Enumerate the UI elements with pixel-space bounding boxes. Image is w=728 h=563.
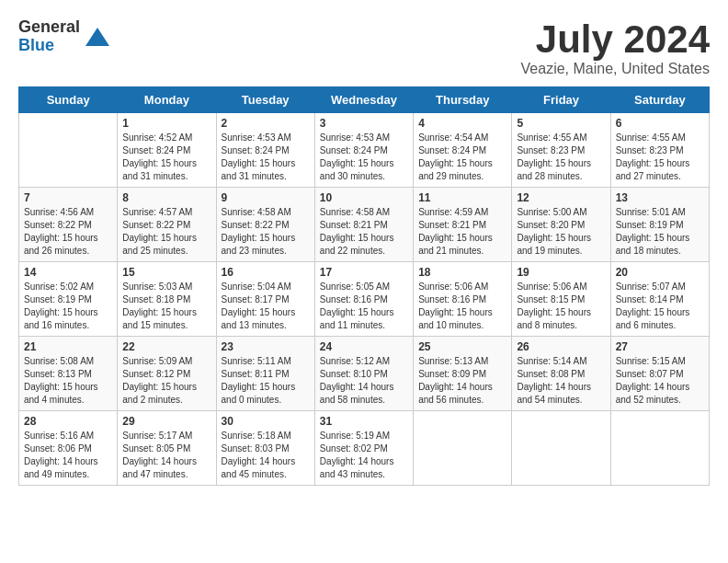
- day-info: Sunrise: 4:56 AMSunset: 8:22 PMDaylight:…: [24, 206, 112, 258]
- day-info: Sunrise: 4:53 AMSunset: 8:24 PMDaylight:…: [320, 132, 408, 183]
- day-number: 23: [222, 340, 310, 353]
- calendar-cell: 5Sunrise: 4:55 AMSunset: 8:23 PMDaylight…: [512, 113, 610, 188]
- day-number: 31: [320, 415, 408, 428]
- calendar-cell: 13Sunrise: 5:01 AMSunset: 8:19 PMDayligh…: [610, 188, 709, 262]
- calendar-week-row: 28Sunrise: 5:16 AMSunset: 8:06 PMDayligh…: [19, 411, 710, 486]
- day-number: 8: [122, 191, 210, 204]
- calendar-cell: 2Sunrise: 4:53 AMSunset: 8:24 PMDaylight…: [216, 113, 314, 188]
- calendar-cell: 22Sunrise: 5:09 AMSunset: 8:12 PMDayligh…: [118, 337, 216, 411]
- calendar-cell: 10Sunrise: 4:58 AMSunset: 8:21 PMDayligh…: [314, 188, 413, 262]
- day-of-week-header: Wednesday: [314, 87, 413, 113]
- day-number: 24: [320, 340, 408, 353]
- day-of-week-header: Tuesday: [216, 87, 314, 113]
- calendar-cell: 29Sunrise: 5:17 AMSunset: 8:05 PMDayligh…: [118, 411, 216, 486]
- logo-icon: [84, 23, 111, 51]
- calendar-week-row: 7Sunrise: 4:56 AMSunset: 8:22 PMDaylight…: [19, 188, 710, 262]
- calendar-cell: 8Sunrise: 4:57 AMSunset: 8:22 PMDaylight…: [118, 188, 216, 262]
- calendar-cell: 4Sunrise: 4:54 AMSunset: 8:24 PMDaylight…: [414, 113, 512, 188]
- day-of-week-header: Monday: [118, 87, 216, 113]
- day-number: 20: [616, 266, 704, 279]
- logo-general: General: [18, 18, 80, 37]
- calendar-cell: 28Sunrise: 5:16 AMSunset: 8:06 PMDayligh…: [19, 411, 118, 486]
- calendar-cell: 11Sunrise: 4:59 AMSunset: 8:21 PMDayligh…: [414, 188, 512, 262]
- day-info: Sunrise: 5:01 AMSunset: 8:19 PMDaylight:…: [616, 206, 704, 258]
- calendar-header: SundayMondayTuesdayWednesdayThursdayFrid…: [19, 87, 710, 113]
- day-info: Sunrise: 5:05 AMSunset: 8:16 PMDaylight:…: [320, 281, 408, 332]
- day-number: 9: [222, 191, 310, 204]
- calendar-cell: 12Sunrise: 5:00 AMSunset: 8:20 PMDayligh…: [512, 188, 610, 262]
- calendar-week-row: 21Sunrise: 5:08 AMSunset: 8:13 PMDayligh…: [19, 337, 710, 411]
- day-of-week-header: Thursday: [414, 87, 512, 113]
- calendar-cell: 20Sunrise: 5:07 AMSunset: 8:14 PMDayligh…: [610, 262, 709, 337]
- logo-text: General Blue: [18, 18, 80, 55]
- day-number: 18: [418, 266, 506, 279]
- day-info: Sunrise: 5:08 AMSunset: 8:13 PMDaylight:…: [24, 355, 112, 407]
- svg-marker-0: [85, 28, 109, 46]
- logo: General Blue: [18, 18, 111, 55]
- day-number: 3: [320, 117, 408, 130]
- calendar-cell: 6Sunrise: 4:55 AMSunset: 8:23 PMDaylight…: [610, 113, 709, 188]
- day-info: Sunrise: 5:06 AMSunset: 8:16 PMDaylight:…: [418, 281, 506, 332]
- day-number: 1: [122, 117, 210, 130]
- calendar-cell: 3Sunrise: 4:53 AMSunset: 8:24 PMDaylight…: [314, 113, 413, 188]
- header-row: SundayMondayTuesdayWednesdayThursdayFrid…: [19, 87, 710, 113]
- day-info: Sunrise: 5:07 AMSunset: 8:14 PMDaylight:…: [616, 281, 704, 332]
- day-info: Sunrise: 5:13 AMSunset: 8:09 PMDaylight:…: [418, 355, 506, 407]
- day-info: Sunrise: 4:59 AMSunset: 8:21 PMDaylight:…: [418, 206, 506, 258]
- day-info: Sunrise: 5:06 AMSunset: 8:15 PMDaylight:…: [517, 281, 605, 332]
- month-title: July 2024: [521, 18, 710, 61]
- calendar-cell: 26Sunrise: 5:14 AMSunset: 8:08 PMDayligh…: [512, 337, 610, 411]
- calendar-week-row: 14Sunrise: 5:02 AMSunset: 8:19 PMDayligh…: [19, 262, 710, 337]
- calendar-cell: 1Sunrise: 4:52 AMSunset: 8:24 PMDaylight…: [118, 113, 216, 188]
- logo-blue: Blue: [18, 37, 80, 55]
- day-info: Sunrise: 5:15 AMSunset: 8:07 PMDaylight:…: [616, 355, 704, 407]
- day-info: Sunrise: 5:19 AMSunset: 8:02 PMDaylight:…: [320, 430, 408, 481]
- day-info: Sunrise: 5:04 AMSunset: 8:17 PMDaylight:…: [222, 281, 310, 332]
- day-number: 6: [616, 117, 704, 130]
- day-info: Sunrise: 4:53 AMSunset: 8:24 PMDaylight:…: [222, 132, 310, 183]
- day-of-week-header: Sunday: [19, 87, 118, 113]
- day-of-week-header: Friday: [512, 87, 610, 113]
- calendar-cell: [512, 411, 610, 486]
- day-info: Sunrise: 4:54 AMSunset: 8:24 PMDaylight:…: [418, 132, 506, 183]
- day-number: 25: [418, 340, 506, 353]
- calendar-week-row: 1Sunrise: 4:52 AMSunset: 8:24 PMDaylight…: [19, 113, 710, 188]
- calendar-cell: 25Sunrise: 5:13 AMSunset: 8:09 PMDayligh…: [414, 337, 512, 411]
- calendar-cell: 19Sunrise: 5:06 AMSunset: 8:15 PMDayligh…: [512, 262, 610, 337]
- day-info: Sunrise: 5:09 AMSunset: 8:12 PMDaylight:…: [122, 355, 210, 407]
- day-number: 4: [418, 117, 506, 130]
- calendar-cell: [19, 113, 118, 188]
- calendar-cell: 24Sunrise: 5:12 AMSunset: 8:10 PMDayligh…: [314, 337, 413, 411]
- day-number: 26: [517, 340, 605, 353]
- day-number: 5: [517, 117, 605, 130]
- day-number: 17: [320, 266, 408, 279]
- calendar-cell: 16Sunrise: 5:04 AMSunset: 8:17 PMDayligh…: [216, 262, 314, 337]
- day-info: Sunrise: 5:16 AMSunset: 8:06 PMDaylight:…: [24, 430, 112, 481]
- day-info: Sunrise: 4:58 AMSunset: 8:21 PMDaylight:…: [320, 206, 408, 258]
- day-number: 27: [616, 340, 704, 353]
- day-number: 21: [24, 340, 112, 353]
- day-info: Sunrise: 5:00 AMSunset: 8:20 PMDaylight:…: [517, 206, 605, 258]
- calendar-cell: 9Sunrise: 4:58 AMSunset: 8:22 PMDaylight…: [216, 188, 314, 262]
- day-number: 13: [616, 191, 704, 204]
- calendar-cell: 23Sunrise: 5:11 AMSunset: 8:11 PMDayligh…: [216, 337, 314, 411]
- calendar-cell: 30Sunrise: 5:18 AMSunset: 8:03 PMDayligh…: [216, 411, 314, 486]
- day-number: 10: [320, 191, 408, 204]
- calendar-cell: 17Sunrise: 5:05 AMSunset: 8:16 PMDayligh…: [314, 262, 413, 337]
- day-info: Sunrise: 5:18 AMSunset: 8:03 PMDaylight:…: [222, 430, 310, 481]
- day-info: Sunrise: 4:52 AMSunset: 8:24 PMDaylight:…: [122, 132, 210, 183]
- day-info: Sunrise: 5:03 AMSunset: 8:18 PMDaylight:…: [122, 281, 210, 332]
- day-number: 15: [122, 266, 210, 279]
- day-number: 19: [517, 266, 605, 279]
- calendar-cell: 31Sunrise: 5:19 AMSunset: 8:02 PMDayligh…: [314, 411, 413, 486]
- day-info: Sunrise: 4:55 AMSunset: 8:23 PMDaylight:…: [616, 132, 704, 183]
- day-of-week-header: Saturday: [610, 87, 709, 113]
- calendar-cell: 21Sunrise: 5:08 AMSunset: 8:13 PMDayligh…: [19, 337, 118, 411]
- day-info: Sunrise: 4:57 AMSunset: 8:22 PMDaylight:…: [122, 206, 210, 258]
- day-info: Sunrise: 5:14 AMSunset: 8:08 PMDaylight:…: [517, 355, 605, 407]
- day-info: Sunrise: 4:58 AMSunset: 8:22 PMDaylight:…: [222, 206, 310, 258]
- day-info: Sunrise: 4:55 AMSunset: 8:23 PMDaylight:…: [517, 132, 605, 183]
- page-header: General Blue July 2024 Veazie, Maine, Un…: [18, 18, 710, 77]
- calendar-cell: 14Sunrise: 5:02 AMSunset: 8:19 PMDayligh…: [19, 262, 118, 337]
- day-info: Sunrise: 5:11 AMSunset: 8:11 PMDaylight:…: [222, 355, 310, 407]
